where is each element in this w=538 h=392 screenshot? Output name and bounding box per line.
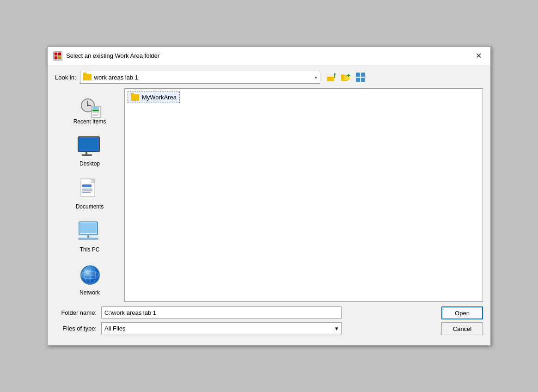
svg-rect-12	[344, 76, 350, 80]
cancel-button[interactable]: Cancel	[441, 322, 483, 335]
file-item-name: MyWorkArea	[142, 94, 177, 101]
folder-name-row: Folder name:	[55, 306, 434, 318]
svg-rect-31	[79, 138, 98, 151]
svg-rect-14	[347, 75, 350, 76]
navigate-up-button[interactable]	[324, 71, 338, 84]
documents-icon	[80, 178, 99, 202]
svg-rect-2	[58, 52, 61, 55]
toolbar-icons	[324, 71, 367, 84]
title-bar-left: Select an existing Work Area folder	[53, 51, 159, 61]
svg-rect-37	[82, 184, 92, 187]
sidebar-item-network[interactable]: Network	[60, 259, 120, 300]
main-area: Recent Items Desktop	[55, 88, 483, 302]
desktop-icon	[77, 136, 102, 159]
folder-icon-small	[83, 74, 92, 80]
svg-marker-8	[334, 73, 336, 75]
svg-rect-11	[341, 74, 344, 76]
dialog-title: Select an existing Work Area folder	[66, 52, 159, 59]
svg-rect-44	[78, 238, 98, 240]
dialog-window: Select an existing Work Area folder ✕ Lo…	[47, 46, 491, 346]
create-folder-button[interactable]	[339, 71, 353, 84]
folder-name-label: Folder name:	[55, 309, 97, 316]
svg-rect-16	[361, 73, 365, 77]
sidebar-item-desktop[interactable]: Desktop	[60, 131, 120, 171]
sidebar-item-label: Recent Items	[73, 118, 106, 125]
svg-rect-1	[55, 52, 57, 55]
look-in-value: work areas lab 1	[94, 74, 138, 81]
look-in-dropdown[interactable]: work areas lab 1 ▾	[80, 71, 320, 84]
svg-rect-38	[82, 189, 92, 190]
svg-rect-3	[55, 56, 57, 59]
svg-rect-7	[328, 77, 330, 79]
network-icon	[77, 264, 102, 288]
files-of-type-dropdown[interactable]: All Files ▾	[101, 322, 342, 334]
bottom-inputs-left: Folder name: Files of type: All Files ▾	[55, 306, 434, 338]
file-browser: MyWorkArea	[124, 88, 483, 302]
svg-rect-40	[82, 192, 91, 193]
dialog-body: Look in: work areas lab 1 ▾	[48, 65, 490, 345]
svg-rect-15	[356, 73, 360, 77]
chevron-down-icon: ▾	[315, 75, 317, 80]
bottom-area: Folder name: Files of type: All Files ▾ …	[55, 302, 483, 340]
look-in-row: Look in: work areas lab 1 ▾	[55, 71, 483, 84]
folder-icon	[131, 94, 139, 101]
look-in-label: Look in:	[55, 74, 76, 81]
recent-items-icon	[79, 97, 101, 116]
files-of-type-row: Files of type: All Files ▾	[55, 322, 434, 334]
svg-rect-4	[58, 56, 61, 59]
svg-point-50	[85, 270, 90, 275]
svg-rect-18	[361, 78, 365, 82]
buttons-column: Open Cancel	[441, 306, 483, 335]
file-item[interactable]: MyWorkArea	[128, 92, 180, 103]
files-of-type-value: All Files	[104, 325, 126, 332]
sidebar-item-label: Network	[79, 289, 100, 296]
svg-rect-17	[356, 78, 360, 82]
svg-rect-9	[334, 75, 335, 78]
sidebar: Recent Items Desktop	[55, 88, 124, 302]
bottom-inputs-area: Folder name: Files of type: All Files ▾ …	[55, 306, 483, 338]
svg-rect-42	[80, 223, 97, 233]
sidebar-item-label: Documents	[76, 203, 104, 210]
this-pc-icon	[77, 221, 102, 245]
sidebar-item-documents[interactable]: Documents	[60, 173, 120, 214]
folder-name-input[interactable]	[101, 306, 342, 318]
java-icon	[53, 51, 62, 61]
svg-rect-26	[92, 110, 99, 111]
svg-marker-19	[365, 77, 366, 78]
sidebar-item-recent-items[interactable]: Recent Items	[60, 92, 120, 129]
view-options-button[interactable]	[354, 71, 367, 84]
files-of-type-label: Files of type:	[55, 325, 97, 332]
svg-rect-43	[87, 235, 89, 238]
sidebar-item-label: This PC	[80, 246, 100, 253]
svg-rect-33	[82, 154, 92, 156]
chevron-down-icon: ▾	[335, 325, 338, 332]
title-bar: Select an existing Work Area folder ✕	[48, 47, 490, 65]
sidebar-item-this-pc[interactable]: This PC	[60, 216, 120, 257]
svg-rect-32	[86, 152, 87, 154]
close-button[interactable]: ✕	[472, 49, 485, 62]
sidebar-item-label: Desktop	[79, 160, 100, 167]
svg-rect-39	[82, 190, 92, 191]
open-button[interactable]: Open	[441, 306, 483, 319]
